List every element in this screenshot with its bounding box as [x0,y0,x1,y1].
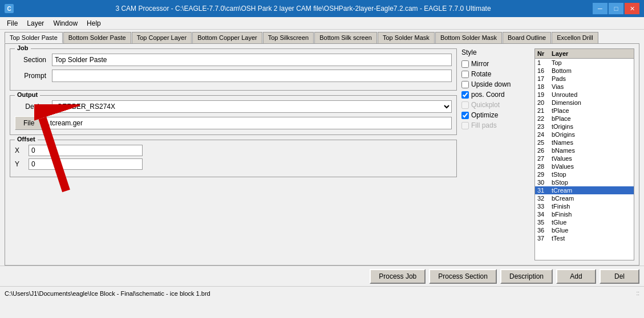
offset-x-input[interactable] [29,145,143,156]
offset-x-label: X [15,146,26,154]
status-indicator: :: [636,290,639,296]
style-optimize-checkbox[interactable] [461,112,469,119]
bottom-bar: Process Job Process Section Description … [0,266,644,286]
style-mirror-checkbox[interactable] [461,60,469,68]
layer-row[interactable]: 19Unrouted [535,91,634,99]
layer-row[interactable]: 33tFinish [535,202,634,210]
layer-row[interactable]: 31tCream [535,186,634,194]
layer-row[interactable]: 34bFinish [535,210,634,218]
device-select[interactable]: GERBER_RS274XGERBER_RS274DEXCELLONHP-GL [52,100,452,113]
layer-row[interactable]: 29tStop [535,170,634,178]
layer-row[interactable]: 23tOrigins [535,123,634,131]
layer-name: tCream [552,187,631,194]
layer-nr: 16 [537,67,552,74]
layer-nr: 1 [537,59,552,66]
status-path: C:\Users\J1\Documents\eagle\Ice Block - … [5,290,210,297]
layer-row[interactable]: 24bOrigins [535,131,634,138]
layer-row[interactable]: 22bPlace [535,115,634,123]
tab-7[interactable]: Bottom Solder Mask [435,32,502,43]
layer-nr: 20 [537,99,552,106]
menu-file[interactable]: File [2,18,22,28]
layer-row[interactable]: 30bStop [535,178,634,186]
layer-row[interactable]: 35tGlue [535,218,634,226]
style-upside-down-row: Upside down [461,80,530,88]
layer-nr: 18 [537,83,552,90]
tab-6[interactable]: Top Solder Mask [378,32,435,43]
menu-window[interactable]: Window [48,18,82,28]
style-fill-pads-row: Fill pads [461,121,530,129]
style-rotate-checkbox[interactable] [461,71,469,78]
tab-9[interactable]: Excellon Drill [552,32,598,43]
offset-group-title: Offset [15,136,38,142]
menu-bar: File Layer Window Help [0,17,644,30]
layer-name: tStop [552,171,631,178]
layer-nr: 21 [537,107,552,114]
layer-list[interactable]: 1Top16Bottom17Pads18Vias19Unrouted20Dime… [535,59,634,260]
layer-row[interactable]: 32bCream [535,194,634,202]
style-optimize-row: Optimize [461,111,530,119]
layer-row[interactable]: 25tNames [535,138,634,146]
file-input[interactable] [45,117,452,129]
section-input[interactable] [52,54,452,66]
style-quickplot-checkbox[interactable] [461,101,469,109]
style-checkboxes: MirrorRotateUpside downpos. CoordQuickpl… [461,60,530,132]
style-title: Style [461,48,530,56]
file-row: File [15,116,452,130]
section-row: Section [15,54,452,66]
tab-2[interactable]: Top Copper Layer [132,32,192,43]
layer-row[interactable]: 37tTest [535,234,634,242]
process-section-button[interactable]: Process Section [429,269,497,284]
layer-name: tGlue [552,219,631,226]
layer-name: bValues [552,163,631,170]
tab-3[interactable]: Bottom Copper Layer [192,32,262,43]
layer-nr: 33 [537,203,552,210]
minimize-button[interactable]: ─ [593,3,607,14]
menu-help[interactable]: Help [82,18,106,28]
add-button[interactable]: Add [556,269,596,284]
style-pos-coord-checkbox[interactable] [461,91,469,99]
prompt-input[interactable] [52,70,452,82]
layer-row[interactable]: 18Vias [535,83,634,91]
layer-nr: 35 [537,219,552,226]
style-upside-down-checkbox[interactable] [461,81,469,88]
layer-name: Bottom [552,67,631,74]
del-button[interactable]: Del [600,269,639,284]
device-row: Device GERBER_RS274XGERBER_RS274DEXCELLO… [15,100,452,113]
layer-name: bOrigins [552,131,631,138]
layer-row[interactable]: 21tPlace [535,107,634,115]
layer-row[interactable]: 17Pads [535,75,634,83]
left-panel: Job Section Prompt Output Device GERBER_… [10,48,457,260]
description-button[interactable]: Description [500,269,553,284]
section-label: Section [15,56,46,64]
layer-row[interactable]: 1Top [535,59,634,67]
tab-4[interactable]: Top Silkscreen [263,32,314,43]
tab-1[interactable]: Bottom Solder Paste [63,32,131,43]
layer-row[interactable]: 16Bottom [535,67,634,75]
layer-nr: 28 [537,163,552,170]
process-job-button[interactable]: Process Job [370,269,426,284]
tab-5[interactable]: Bottom Silk screen [314,32,377,43]
output-group-title: Output [15,91,40,98]
layer-nr: 27 [537,155,552,162]
style-pos-coord-label: pos. Coord [471,91,505,99]
layer-row[interactable]: 36bGlue [535,226,634,234]
close-button[interactable]: ✕ [625,3,639,14]
style-panel: Style MirrorRotateUpside downpos. CoordQ… [461,48,530,260]
layer-nr: 36 [537,227,552,234]
layer-row[interactable]: 28bValues [535,162,634,170]
layer-nr: 37 [537,235,552,242]
tab-8[interactable]: Board Outline [503,32,551,43]
layer-row[interactable]: 20Dimension [535,99,634,107]
layer-nr: 24 [537,131,552,138]
layer-name: bNames [552,147,631,154]
menu-layer[interactable]: Layer [22,18,48,28]
layer-row[interactable]: 27tValues [535,154,634,162]
file-button[interactable]: File [15,116,43,130]
maximize-button[interactable]: □ [609,3,623,14]
offset-y-input[interactable] [29,158,143,170]
layer-name: tTest [552,235,631,242]
tab-0[interactable]: Top Solder Paste [5,32,63,43]
style-fill-pads-checkbox[interactable] [461,122,469,129]
layer-row[interactable]: 26bNames [535,146,634,154]
output-group: Output Device GERBER_RS274XGERBER_RS274D… [10,95,457,135]
